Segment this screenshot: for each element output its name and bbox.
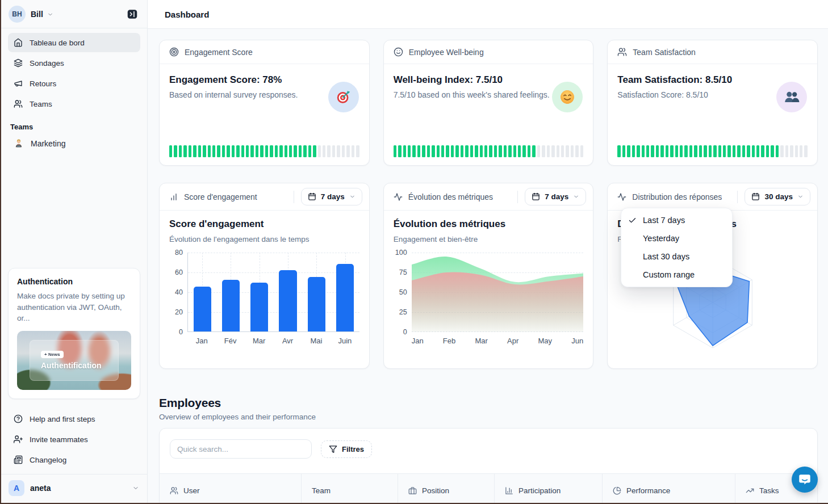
- help-circle-icon: [14, 414, 23, 423]
- users-icon: [170, 486, 178, 495]
- smile-icon: [394, 47, 403, 57]
- sidebar-item-tableau-de-bord[interactable]: Tableau de bord: [8, 33, 140, 52]
- date-range-button[interactable]: 7 days: [301, 188, 362, 205]
- sidebar-item-changelog[interactable]: Changelog: [8, 450, 140, 469]
- account-switcher[interactable]: A aneta: [1, 474, 147, 503]
- card-header-label: Distribution des réponses: [632, 192, 722, 201]
- target-icon: [169, 47, 179, 57]
- date-range-dropdown: Last 7 days Yesterday Last 30 days Custo…: [621, 208, 733, 287]
- sidebar-nav: Tableau de bord Sondages Retours Teams: [1, 28, 147, 114]
- divider: [517, 191, 518, 203]
- column-header-performance[interactable]: Performance: [603, 474, 735, 503]
- smile-emoji: [559, 89, 576, 106]
- date-range-button[interactable]: 30 days: [745, 188, 810, 205]
- employees-section: Employees Overview of employees and thei…: [159, 396, 818, 421]
- check-icon: [628, 216, 643, 225]
- progress-bar: [394, 145, 584, 157]
- x-tick-label: Fév: [216, 337, 244, 345]
- x-tick-label: Mar: [475, 337, 487, 345]
- x-tick-label: Avr: [273, 337, 302, 345]
- sidebar-collapse-button[interactable]: [125, 7, 140, 22]
- chat-launcher-button[interactable]: [792, 467, 818, 493]
- sidebar-item-retours[interactable]: Retours: [8, 74, 140, 93]
- funnel-icon: [329, 445, 337, 453]
- bar-chart-icon: [169, 192, 178, 201]
- search-input[interactable]: [170, 439, 312, 459]
- users-icon: [617, 47, 627, 57]
- sidebar-item-help-and-first-steps[interactable]: Help and first steps: [8, 409, 140, 429]
- activity-icon: [394, 192, 403, 201]
- workspace-switcher[interactable]: BH Bill: [1, 0, 147, 28]
- filters-button[interactable]: Filtres: [321, 440, 372, 458]
- sidebar-teams-list: Marketing: [1, 133, 147, 154]
- account-avatar: A: [9, 480, 24, 496]
- table-header-row: User Team Position Participation Perform…: [160, 473, 817, 503]
- chevron-down-icon: [573, 194, 579, 200]
- pie-chart-icon: [613, 486, 621, 495]
- employees-table-card: Filtres User Team Position Participation…: [159, 428, 818, 503]
- megaphone-icon: [14, 79, 23, 88]
- activity-icon: [617, 192, 626, 201]
- dropdown-item-yesterday[interactable]: Yesterday: [621, 229, 732, 247]
- card-header-label: Score d'engagement: [184, 192, 257, 201]
- chart-title: Évolution des métriques: [394, 219, 584, 230]
- sidebar-item-invite-teammates[interactable]: Invite teammates: [8, 430, 140, 449]
- chevron-down-icon: [132, 485, 139, 492]
- newspaper-icon: [14, 455, 23, 464]
- sidebar-footer-nav: Help and first steps Invite teammates Ch…: [1, 406, 147, 469]
- chat-bubble-icon: [797, 472, 812, 487]
- user-plus-icon: [14, 435, 23, 444]
- promo-image-overlay: + News Authentification: [30, 340, 119, 381]
- page-title: Dashboard: [165, 10, 209, 19]
- chart-subtitle: Engagement et bien-être: [394, 235, 584, 243]
- dropdown-item-last-7-days[interactable]: Last 7 days: [621, 211, 732, 229]
- employees-title: Employees: [159, 396, 818, 410]
- promo-card-authentication[interactable]: Authentication Make docs private by sett…: [8, 268, 140, 399]
- x-tick-label: Jan: [187, 337, 216, 345]
- bar: [336, 264, 354, 331]
- sidebar-team-marketing[interactable]: Marketing: [8, 133, 140, 154]
- x-tick-label: Mai: [302, 337, 331, 345]
- stat-card-wellbeing: Employee Well-being Well-being Index: 7.…: [383, 40, 594, 166]
- bar-chart-axis-icon: [505, 486, 513, 495]
- stat-title: Team Satisfaction: 8.5/10: [617, 74, 808, 86]
- stat-cards-row: Engagement Score Engagement Score: 78% B…: [159, 40, 818, 166]
- main-area: Dashboard Engagement Score Engagement Sc…: [148, 0, 828, 503]
- x-tick-label: Feb: [443, 337, 455, 345]
- column-header-user[interactable]: User: [160, 474, 302, 503]
- column-header-position[interactable]: Position: [398, 474, 495, 503]
- bar: [222, 280, 240, 331]
- target-emoji: [335, 89, 352, 106]
- column-header-team[interactable]: Team: [302, 474, 398, 503]
- date-range-button[interactable]: 7 days: [525, 188, 586, 205]
- stat-card-engagement: Engagement Score Engagement Score: 78% B…: [159, 40, 370, 166]
- sidebar-item-teams[interactable]: Teams: [8, 94, 140, 114]
- dropdown-item-custom-range[interactable]: Custom range: [621, 266, 732, 284]
- sidebar-item-sondages[interactable]: Sondages: [8, 53, 140, 73]
- card-header-label: Engagement Score: [185, 48, 253, 57]
- x-tick-label: Jan: [412, 337, 424, 345]
- divider: [294, 191, 294, 203]
- chevron-down-icon: [349, 194, 356, 200]
- users-icon: [14, 99, 23, 108]
- account-name: aneta: [30, 484, 51, 493]
- progress-bar: [169, 145, 359, 157]
- chevron-down-icon: [797, 194, 804, 200]
- bar: [279, 270, 296, 332]
- promo-image[interactable]: + News Authentification: [17, 331, 131, 390]
- promo-title: Authentication: [17, 277, 131, 286]
- column-header-participation[interactable]: Participation: [495, 474, 603, 503]
- chart-card-engagement-score: Score d'engagement 7 days Score d'engage…: [159, 183, 370, 369]
- workspace-avatar: BH: [9, 6, 26, 23]
- news-badge: + News: [41, 351, 64, 358]
- people-emoji: [783, 89, 800, 106]
- card-header-label: Employee Well-being: [409, 48, 484, 57]
- trending-up-icon: [746, 486, 754, 495]
- bar: [308, 277, 325, 331]
- app-window: BH Bill Tableau de bord Sondages Retours…: [1, 0, 828, 503]
- promo-description: Make docs private by setting up authenti…: [17, 291, 131, 324]
- divider: [737, 191, 738, 203]
- dropdown-item-last-30-days[interactable]: Last 30 days: [621, 247, 732, 266]
- calendar-icon: [308, 192, 316, 201]
- promo-image-caption: Authentification: [41, 361, 119, 370]
